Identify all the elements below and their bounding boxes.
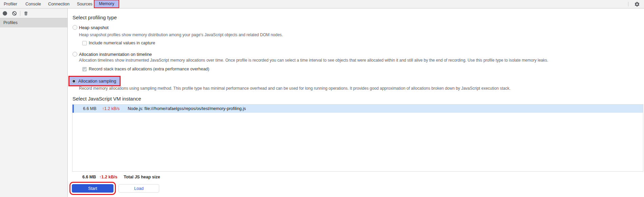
vm-allocation-rate: ↑1.2 kB/s — [102, 106, 120, 111]
radio-allocation-sampling[interactable] — [71, 79, 76, 84]
total-allocation-rate: ↑1.2 kB/s — [99, 175, 118, 179]
radio-allocation-sampling-label[interactable]: Allocation sampling — [78, 79, 116, 84]
start-button[interactable]: Start — [72, 184, 113, 193]
total-heap-size-label: Total JS heap size — [124, 175, 160, 179]
profiles-sidebar: Profiles — [0, 8, 68, 197]
vm-instance-name: Node.js: file:///home/rafaelgss/repos/os… — [128, 106, 246, 111]
record-icon[interactable] — [3, 11, 7, 16]
radio-allocation-instrumentation[interactable] — [72, 52, 77, 57]
radio-allocation-sampling-highlight[interactable]: Allocation sampling — [69, 77, 120, 85]
memory-toolbar — [0, 8, 67, 18]
vm-instance-row[interactable]: 6.6 MB ↑1.2 kB/s Node.js: file:///home/r… — [72, 105, 643, 113]
tabbar-separator — [628, 2, 628, 6]
tab-memory[interactable]: Memory — [95, 0, 119, 7]
vm-heap-size: 6.6 MB — [83, 106, 97, 111]
tab-connection[interactable]: Connection — [48, 0, 69, 8]
trash-icon[interactable] — [23, 11, 28, 16]
checkbox-include-numerical-values-label[interactable]: Include numerical values in capture — [89, 41, 155, 45]
heap-snapshot-description: Heap snapshot profiles show memory distr… — [79, 32, 283, 37]
checkbox-include-numerical-values[interactable] — [82, 41, 87, 45]
load-button[interactable]: Load — [119, 184, 159, 193]
tab-profiler[interactable]: Profiler — [4, 0, 17, 8]
allocation-instrumentation-description: Allocation timelines show instrumented J… — [79, 58, 548, 63]
radio-allocation-instrumentation-label[interactable]: Allocation instrumentation on timeline — [79, 52, 152, 57]
radio-heap-snapshot[interactable] — [72, 25, 77, 30]
vm-instance-heading: Select JavaScript VM instance — [72, 96, 141, 102]
profiles-section-header: Profiles — [0, 18, 67, 27]
gear-icon[interactable] — [634, 1, 640, 7]
toolbar-separator — [20, 11, 20, 16]
profiling-type-heading: Select profiling type — [72, 15, 117, 20]
allocation-sampling-description: Record memory allocations using sampling… — [79, 86, 511, 91]
vm-instance-list: 6.6 MB ↑1.2 kB/s Node.js: file:///home/r… — [72, 104, 643, 172]
radio-heap-snapshot-label[interactable]: Heap snapshot — [79, 25, 108, 30]
clear-icon[interactable] — [12, 11, 17, 16]
checkbox-record-stack-traces[interactable] — [82, 67, 87, 71]
tab-sources[interactable]: Sources — [77, 0, 92, 8]
checkbox-record-stack-traces-label[interactable]: Record stack traces of allocations (extr… — [89, 67, 209, 71]
devtools-tabbar: Profiler Console Connection Sources Memo… — [0, 0, 644, 8]
memory-panel-main: Select profiling type Heap snapshot Heap… — [68, 8, 644, 197]
tab-console[interactable]: Console — [25, 0, 41, 8]
total-heap-size: 6.6 MB — [82, 175, 96, 179]
